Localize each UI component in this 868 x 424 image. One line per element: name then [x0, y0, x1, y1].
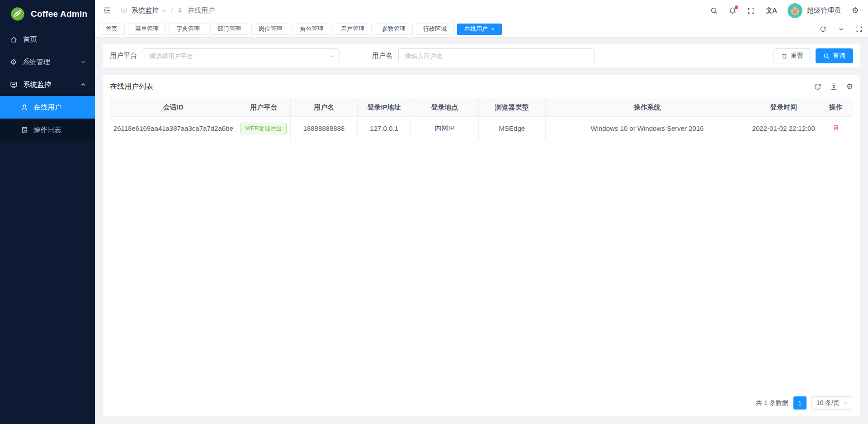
tab-online-users[interactable]: 在线用户 × [457, 24, 502, 35]
refresh-icon[interactable] [814, 83, 821, 91]
platform-label: 用户平台 [110, 52, 137, 60]
chevron-down-icon [80, 59, 86, 65]
gear-icon: ⚙ [10, 58, 17, 66]
filter-card: 用户平台 用户名 [103, 44, 860, 67]
sidebar-submenu: 在线用户 操作日志 [0, 96, 95, 141]
pagination-total: 共 1 条数据 [756, 399, 788, 407]
breadcrumb-parent[interactable]: 系统监控 [132, 6, 159, 15]
app-logo[interactable]: Coffee Admin [0, 0, 95, 28]
sidebar-item-label: 首页 [23, 35, 37, 44]
username-form-item: 用户名 [372, 48, 595, 63]
tab-user-management[interactable]: 用户管理 [334, 24, 372, 35]
sidebar: Coffee Admin 首页 ⚙ 系统管理 系统监控 [0, 0, 95, 424]
sidebar-item-system-management[interactable]: ⚙ 系统管理 [0, 51, 95, 73]
breadcrumb-current: 在线用户 [188, 6, 215, 15]
maximize-icon[interactable] [850, 21, 868, 37]
page-content: 用户平台 用户名 [95, 37, 868, 424]
table-header-row: 会话ID 用户平台 用户名 登录IP地址 登录地点 浏览器类型 操作系统 登录时… [110, 98, 853, 117]
delete-row-icon[interactable] [832, 124, 840, 131]
sidebar-menu: 首页 ⚙ 系统管理 系统监控 [0, 28, 95, 141]
app-root: Coffee Admin 首页 ⚙ 系统管理 系统监控 [0, 0, 868, 424]
tab-admin-region[interactable]: 行政区域 [416, 24, 454, 35]
card-title: 在线用户列表 [110, 82, 153, 91]
platform-select-input[interactable] [143, 49, 339, 63]
tab-dict-management[interactable]: 字典管理 [169, 24, 207, 35]
col-os: 操作系统 [545, 98, 749, 117]
log-search-icon [21, 126, 28, 133]
online-users-table: 会话ID 用户平台 用户名 登录IP地址 登录地点 浏览器类型 操作系统 登录时… [110, 98, 853, 140]
platform-select[interactable] [143, 48, 340, 63]
tab-role-management[interactable]: 角色管理 [292, 24, 330, 35]
table-row: 26118e6169aa41a387aa3ca7a7d2a6be WEB管理后台… [110, 117, 853, 140]
cell-actions [818, 117, 853, 140]
refresh-icon[interactable] [814, 21, 832, 37]
sidebar-item-operation-logs[interactable]: 操作日志 [0, 119, 95, 141]
chevron-down-icon[interactable] [832, 21, 850, 37]
fullscreen-icon[interactable] [747, 7, 755, 14]
search-icon[interactable] [710, 7, 718, 14]
username-input[interactable] [398, 48, 595, 63]
breadcrumb: 系统监控 / 在线用户 [120, 6, 215, 15]
tab-menu-management[interactable]: 菜单管理 [128, 24, 166, 35]
col-session-id: 会话ID [110, 98, 237, 117]
col-browser: 浏览器类型 [478, 98, 545, 117]
trash-icon [781, 53, 788, 59]
search-button[interactable]: 查询 [816, 48, 853, 63]
monitor-icon [120, 7, 127, 14]
username-label: 超级管理员 [807, 6, 841, 15]
sidebar-item-label: 系统管理 [22, 57, 50, 67]
notification-badge [735, 5, 738, 9]
platform-form-item: 用户平台 [110, 48, 340, 63]
sidebar-item-label: 在线用户 [33, 103, 61, 112]
page-size-value: 10 条/页 [816, 399, 840, 407]
column-height-icon[interactable] [830, 83, 838, 91]
platform-tag: WEB管理后台 [241, 123, 287, 134]
reset-button-label: 重置 [791, 52, 803, 60]
col-login-ip: 登录IP地址 [357, 98, 410, 117]
filter-buttons: 重置 查询 [774, 48, 853, 63]
col-platform: 用户平台 [237, 98, 290, 117]
translate-icon[interactable]: 文A [766, 6, 777, 15]
main-area: 系统监控 / 在线用户 [95, 0, 868, 424]
col-login-time: 登录时间 [749, 98, 818, 117]
open-tabs: 首页 菜单管理 字典管理 部门管理 岗位管理 角色管理 用户管理 参数管理 行政… [99, 24, 502, 35]
sidebar-item-label: 操作日志 [33, 125, 61, 135]
sidebar-item-system-monitor[interactable]: 系统监控 [0, 73, 95, 96]
home-icon [10, 36, 18, 43]
sidebar-item-home[interactable]: 首页 [0, 28, 95, 51]
username-label: 用户名 [372, 52, 392, 60]
reset-button[interactable]: 重置 [774, 48, 811, 63]
search-button-label: 查询 [833, 52, 845, 60]
card-tools: ⚙ [814, 83, 853, 91]
user-icon [21, 104, 28, 111]
page-size-select[interactable]: 10 条/页 [811, 396, 852, 410]
tab-dept-management[interactable]: 部门管理 [210, 24, 248, 35]
cell-session-id: 26118e6169aa41a387aa3ca7a7d2a6be [110, 117, 237, 140]
chevron-down-icon [162, 8, 167, 13]
topbar: 系统监控 / 在线用户 [95, 0, 868, 21]
avatar [788, 3, 802, 18]
col-actions: 操作 [818, 98, 853, 117]
monitor-icon [10, 81, 18, 89]
settings-gear-icon[interactable]: ⚙ [852, 6, 859, 14]
notification-bell-icon[interactable] [729, 7, 736, 14]
chevron-down-icon [329, 53, 335, 59]
app-title: Coffee Admin [31, 9, 87, 19]
sidebar-item-online-users[interactable]: 在线用户 [0, 96, 95, 119]
sidebar-collapse-icon[interactable] [103, 7, 111, 14]
tabbar: 首页 菜单管理 字典管理 部门管理 岗位管理 角色管理 用户管理 参数管理 行政… [95, 21, 868, 37]
leaf-logo-icon [10, 6, 25, 22]
page-number-button[interactable]: 1 [793, 396, 807, 410]
tabbar-controls [814, 21, 868, 37]
chevron-up-icon [80, 82, 86, 87]
cell-login-location: 内网IP [411, 117, 479, 140]
tab-home[interactable]: 首页 [99, 24, 125, 35]
close-icon[interactable]: × [491, 26, 495, 32]
user-icon [177, 7, 184, 14]
tab-post-management[interactable]: 岗位管理 [251, 24, 289, 35]
cell-os: Windows 10 or Windows Server 2016 [545, 117, 749, 140]
column-settings-gear-icon[interactable]: ⚙ [846, 83, 853, 91]
chevron-down-icon [843, 400, 848, 405]
user-menu[interactable]: 超级管理员 [788, 3, 841, 18]
tab-param-management[interactable]: 参数管理 [375, 24, 413, 35]
